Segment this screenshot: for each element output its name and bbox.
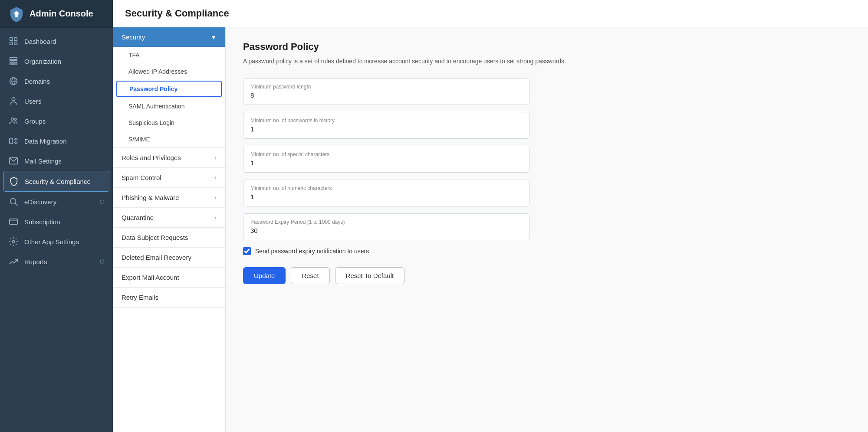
sidebar-label-security-compliance: Security & Compliance	[25, 178, 91, 185]
reports-icon	[9, 257, 18, 266]
field-min-history: Minimum no. of passwords in history	[243, 112, 529, 139]
svg-rect-9	[10, 63, 13, 65]
reset-default-button[interactable]: Reset To Default	[335, 267, 405, 284]
password-policy-title: Password Policy	[243, 41, 851, 52]
sidebar-label-domains: Domains	[24, 78, 50, 85]
quarantine-chevron-icon: ›	[214, 214, 217, 221]
svg-rect-7	[10, 60, 13, 62]
sidebar-label-ediscovery: eDiscovery	[24, 198, 56, 206]
sub-nav-phishing-malware[interactable]: Phishing & Malware ›	[113, 188, 225, 208]
svg-point-15	[11, 118, 14, 121]
subscription-icon	[9, 217, 18, 226]
sub-nav-smime[interactable]: S/MIME	[113, 131, 225, 147]
checkbox-expiry-notification[interactable]	[243, 247, 251, 255]
svg-rect-2	[10, 38, 13, 40]
content-pane: Password Policy A password policy is a s…	[226, 27, 868, 432]
roles-chevron-icon: ›	[214, 154, 217, 161]
sidebar-item-organization[interactable]: Organization	[0, 51, 113, 71]
sidebar-label-data-migration: Data Migration	[24, 137, 67, 145]
sidebar-header: Admin Console	[0, 0, 113, 28]
security-section: Security ▼ TFA Allowed IP Addresses Pass…	[113, 27, 225, 148]
sidebar-item-domains[interactable]: Domains	[0, 71, 113, 91]
mail-settings-icon	[9, 156, 18, 166]
domains-icon	[9, 76, 18, 86]
page-header: Security & Compliance	[113, 0, 868, 27]
svg-rect-8	[14, 60, 17, 62]
logo-icon	[9, 6, 24, 22]
ediscovery-ext-icon: ⬡	[100, 199, 104, 205]
svg-rect-17	[10, 138, 13, 144]
sub-sidebar: Security ▼ TFA Allowed IP Addresses Pass…	[113, 27, 226, 432]
organization-icon	[9, 56, 18, 66]
sidebar-item-reports[interactable]: Reports ⬡	[0, 252, 113, 272]
sub-nav-tfa[interactable]: TFA	[113, 47, 225, 63]
security-section-header[interactable]: Security ▼	[113, 27, 225, 47]
sub-nav-export-mail-account[interactable]: Export Mail Account	[113, 268, 225, 288]
label-min-length: Minimum password length	[250, 84, 522, 90]
sub-nav-deleted-email-recovery[interactable]: Deleted Email Recovery	[113, 248, 225, 268]
input-min-length[interactable]	[250, 92, 522, 99]
sidebar-label-groups: Groups	[24, 118, 46, 125]
checkbox-label-expiry-notification: Send password expiry notification to use…	[255, 248, 369, 255]
sub-nav-password-policy[interactable]: Password Policy	[116, 81, 222, 97]
reports-ext-icon: ⬡	[100, 259, 104, 265]
svg-rect-21	[10, 219, 17, 225]
spam-chevron-icon: ›	[214, 174, 217, 181]
sidebar-item-dashboard[interactable]: Dashboard	[0, 31, 113, 51]
sub-nav-retry-emails[interactable]: Retry Emails	[113, 288, 225, 308]
sub-nav-quarantine[interactable]: Quarantine ›	[113, 208, 225, 228]
other-app-icon	[9, 237, 18, 246]
phishing-chevron-icon: ›	[214, 194, 217, 201]
sidebar-item-security-compliance[interactable]: Security & Compliance	[3, 171, 109, 192]
sub-nav-data-subject-requests[interactable]: Data Subject Requests	[113, 228, 225, 248]
groups-icon	[9, 116, 18, 126]
sidebar-item-subscription[interactable]: Subscription	[0, 212, 113, 232]
sub-nav-suspicious-login[interactable]: Suspicious Login	[113, 115, 225, 131]
label-min-history: Minimum no. of passwords in history	[250, 118, 522, 124]
label-expiry-period: Password Expiry Period (1 to 1000 days)	[250, 219, 522, 225]
input-min-history[interactable]	[250, 125, 522, 133]
content-area: Security ▼ TFA Allowed IP Addresses Pass…	[113, 27, 868, 432]
sidebar-label-subscription: Subscription	[24, 218, 60, 226]
sidebar-item-ediscovery[interactable]: eDiscovery ⬡	[0, 192, 113, 212]
sidebar-label-users: Users	[24, 98, 41, 105]
security-chevron-icon: ▼	[210, 34, 217, 41]
dashboard-icon	[9, 36, 18, 46]
sub-nav-allowed-ip[interactable]: Allowed IP Addresses	[113, 63, 225, 80]
users-icon	[9, 96, 18, 106]
sub-nav-roles-privileges[interactable]: Roles and Privileges ›	[113, 148, 225, 168]
sidebar-item-mail-settings[interactable]: Mail Settings	[0, 151, 113, 171]
sidebar-item-data-migration[interactable]: Data Migration	[0, 131, 113, 151]
reset-button[interactable]: Reset	[291, 267, 329, 284]
security-section-label: Security	[122, 33, 145, 41]
sidebar-item-users[interactable]: Users	[0, 91, 113, 111]
sub-nav-saml[interactable]: SAML Authentication	[113, 98, 225, 115]
sub-nav-spam-control[interactable]: Spam Control ›	[113, 168, 225, 188]
svg-point-14	[12, 98, 15, 101]
svg-rect-10	[14, 63, 17, 65]
sidebar-label-mail-settings: Mail Settings	[24, 157, 62, 165]
label-min-numeric: Minimum no. of numeric characters	[250, 185, 522, 191]
sidebar-item-other-app-settings[interactable]: Other App Settings	[0, 232, 113, 252]
svg-rect-4	[10, 42, 13, 45]
svg-rect-5	[14, 42, 17, 45]
data-migration-icon	[9, 136, 18, 146]
input-min-numeric[interactable]	[250, 193, 522, 200]
svg-rect-6	[10, 58, 17, 60]
sidebar-label-other-app-settings: Other App Settings	[24, 238, 79, 245]
sidebar-item-groups[interactable]: Groups	[0, 111, 113, 131]
label-min-special: Minimum no. of special characters	[250, 151, 522, 157]
sidebar-nav: Dashboard Organization Domains Users	[0, 28, 113, 432]
field-min-length: Minimum password length	[243, 78, 529, 105]
input-min-special[interactable]	[250, 159, 522, 167]
security-icon	[9, 177, 19, 186]
sidebar-label-organization: Organization	[24, 58, 61, 65]
input-expiry-period[interactable]	[250, 227, 522, 234]
ediscovery-icon	[9, 197, 18, 206]
svg-line-20	[15, 203, 17, 206]
svg-point-16	[14, 118, 16, 121]
app-title: Admin Console	[30, 9, 93, 19]
page-title: Security & Compliance	[125, 8, 856, 19]
sidebar: Admin Console Dashboard Organization Dom…	[0, 0, 113, 432]
update-button[interactable]: Update	[243, 267, 286, 284]
